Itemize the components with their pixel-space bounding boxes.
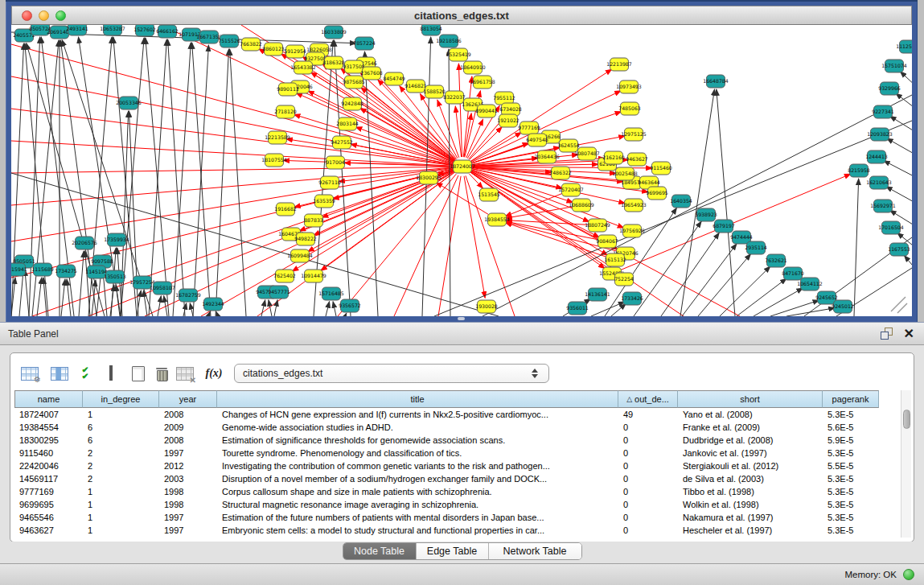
table-cell[interactable]: Estimation of significance thresholds fo… xyxy=(217,435,618,445)
table-cell[interactable]: 0 xyxy=(618,487,678,496)
table-cell[interactable]: Investigating the contribution of common… xyxy=(217,461,618,471)
graph-node[interactable]: 9267110 xyxy=(318,176,341,189)
graph-edge[interactable] xyxy=(19,270,23,316)
table-cell[interactable]: 49 xyxy=(618,410,678,419)
column-header-name[interactable]: name xyxy=(14,390,83,408)
table-cell[interactable]: 0 xyxy=(618,474,678,484)
graph-node[interactable]: 3915941 xyxy=(11,263,27,276)
graph-node[interactable]: 14136141 xyxy=(585,288,610,301)
graph-edge[interactable] xyxy=(25,270,29,316)
table-row[interactable]: 946554611997Estimation of the future num… xyxy=(14,511,879,524)
graph-node[interactable]: 9777169 xyxy=(518,122,540,134)
table-cell[interactable]: Stergiakouli et al. (2012) xyxy=(678,461,823,471)
table-cell[interactable]: 22420046 xyxy=(14,461,83,471)
graph-edge[interactable] xyxy=(161,25,454,163)
graph-edge[interactable] xyxy=(230,49,246,316)
table-cell[interactable]: 1 xyxy=(83,513,159,522)
table-cell[interactable]: 0 xyxy=(618,513,678,522)
graph-node[interactable]: 18724007 xyxy=(450,160,475,173)
graph-node[interactable]: 9356011 xyxy=(566,302,589,315)
graph-edge[interactable] xyxy=(11,168,453,241)
graph-node[interactable]: 8471670 xyxy=(782,267,804,280)
graph-node[interactable]: 8454749 xyxy=(383,72,405,85)
tab-node-table[interactable]: Node Table xyxy=(343,543,416,559)
graph-node[interactable]: 1115689 xyxy=(31,263,54,276)
graph-node[interactable]: 752254 xyxy=(614,273,634,286)
graph-node[interactable]: 2803144 xyxy=(336,117,359,130)
graph-edge[interactable] xyxy=(43,278,47,316)
table-cell[interactable]: 1997 xyxy=(159,513,217,522)
table-scrollbar-thumb[interactable] xyxy=(903,410,910,429)
graph-node[interactable]: 1921022 xyxy=(497,114,519,127)
graph-node[interactable]: 20364436 xyxy=(534,150,560,163)
graph-node[interactable]: 16099484 xyxy=(287,249,313,262)
table-cell[interactable]: Structural magnetic resonance image aver… xyxy=(217,500,618,509)
table-cell[interactable]: 5.3E-5 xyxy=(823,500,879,509)
graph-edge[interactable] xyxy=(308,91,454,163)
graph-node[interactable]: 10807487 xyxy=(574,147,600,160)
graph-edge[interactable] xyxy=(661,233,719,316)
table-cell[interactable]: 2008 xyxy=(159,435,217,445)
graph-edge[interactable] xyxy=(890,116,912,133)
delete-table-icon[interactable] xyxy=(150,363,173,384)
graph-node[interactable]: 9115460 xyxy=(650,162,672,175)
table-row[interactable]: 2242004622012Investigating the contribut… xyxy=(14,459,879,472)
graph-node[interactable]: 16648784 xyxy=(703,75,729,88)
graph-node[interactable]: 20053346 xyxy=(116,97,142,109)
graph-node[interactable]: 10025488 xyxy=(612,167,638,180)
table-cell[interactable]: 0 xyxy=(618,448,678,458)
table-cell[interactable]: Tourette syndrome. Phenomenology and cla… xyxy=(217,448,618,458)
graph-node[interactable]: 9498222 xyxy=(294,233,317,245)
graph-edge[interactable] xyxy=(611,303,626,316)
table-cell[interactable]: 5.3E-5 xyxy=(823,448,879,458)
graph-node[interactable]: 12213589 xyxy=(265,131,290,144)
table-cell[interactable]: 1997 xyxy=(159,448,217,458)
table-row[interactable]: 1830029562008Estimation of significance … xyxy=(14,434,879,447)
graph-node[interactable]: 7625402 xyxy=(273,270,296,282)
table-cell[interactable]: 9699695 xyxy=(14,500,83,509)
graph-node[interactable]: 12975125 xyxy=(621,128,647,141)
graph-node[interactable]: 1350513 xyxy=(104,270,126,283)
graph-node[interactable]: 1167553 xyxy=(888,243,910,256)
graph-edge[interactable] xyxy=(116,285,120,316)
graph-node[interactable]: 16961758 xyxy=(470,76,495,89)
table-cell[interactable]: 0 xyxy=(618,461,678,471)
graph-node[interactable]: 10973493 xyxy=(616,80,642,93)
graph-node[interactable]: 6466162 xyxy=(156,25,179,38)
graph-node[interactable]: 2493141 xyxy=(66,25,88,35)
graph-edge[interactable] xyxy=(458,64,462,157)
graph-node[interactable]: 15325419 xyxy=(446,48,471,61)
graph-node[interactable]: 15751074 xyxy=(881,60,907,72)
table-cell[interactable]: 5.6E-5 xyxy=(823,422,879,432)
graph-node[interactable]: 6497548 xyxy=(526,134,548,146)
table-cell[interactable]: 0 xyxy=(618,500,678,509)
table-cell[interactable]: 1998 xyxy=(159,487,217,496)
table-cell[interactable]: 6 xyxy=(83,422,159,432)
graph-node[interactable]: 1513545 xyxy=(478,188,500,201)
graph-node[interactable]: 8215958 xyxy=(848,164,870,177)
graph-node[interactable]: 1615132 xyxy=(604,253,626,266)
graph-node[interactable]: 9699695 xyxy=(646,187,668,200)
graph-node[interactable]: 887833 xyxy=(304,214,323,227)
graph-node[interactable]: 1588520 xyxy=(423,85,446,98)
graph-node[interactable]: 18300295 xyxy=(416,171,441,184)
graph-edge[interactable] xyxy=(190,303,193,316)
graph-edge[interactable] xyxy=(158,296,161,316)
table-row[interactable]: 977716911998Corpus callosum shape and si… xyxy=(14,485,879,498)
table-cell[interactable]: Hescheler et al. (1997) xyxy=(678,525,823,535)
column-header-pagerank[interactable]: pagerank xyxy=(823,390,879,408)
select-rows-check-icon[interactable]: ✔✔ xyxy=(74,363,97,384)
graph-edge[interactable] xyxy=(887,138,912,155)
table-source-dropdown[interactable]: citations_edges.txt xyxy=(234,364,549,383)
tab-network-table[interactable]: Network Table xyxy=(488,543,581,559)
graph-node[interactable]: 9890113 xyxy=(277,83,299,96)
resize-grip-icon[interactable] xyxy=(897,303,907,313)
table-cell[interactable]: 1 xyxy=(83,410,159,419)
table-cell[interactable]: 9465546 xyxy=(14,513,83,522)
graph-node[interactable]: 16210643 xyxy=(866,176,892,189)
graph-node[interactable]: 1635359 xyxy=(313,195,335,208)
graph-node[interactable]: 7632621 xyxy=(765,254,787,267)
table-cell[interactable]: 2003 xyxy=(159,474,217,484)
graph-node[interactable]: 17016504 xyxy=(878,221,904,234)
graph-edge[interactable] xyxy=(193,45,208,316)
